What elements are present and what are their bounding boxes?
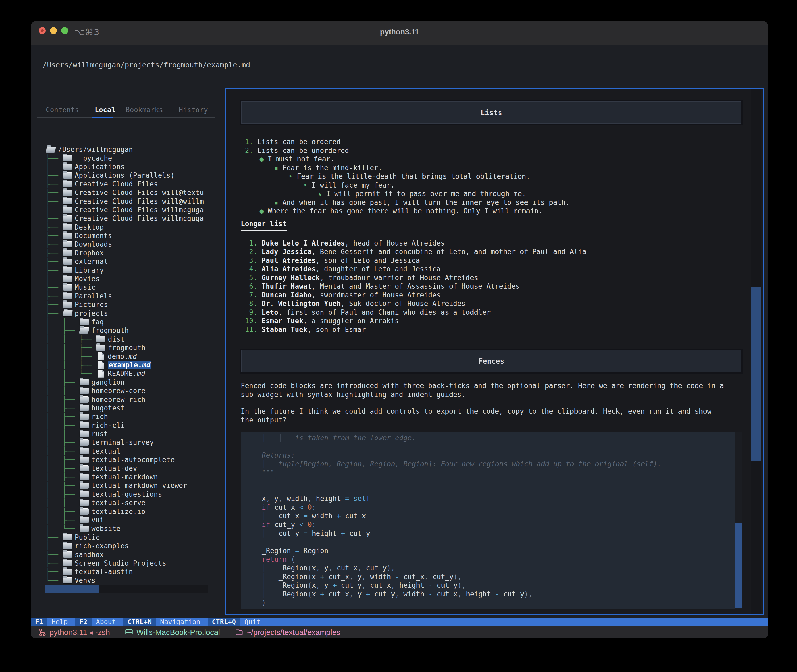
- tree-item[interactable]: ├── __pycache__: [46, 154, 204, 162]
- list-item: 9. Leto, first son of Paul and Chani who…: [241, 308, 742, 317]
- list-item: 2. Lists can be unordered: [241, 146, 742, 155]
- footer-key-ctrl-n[interactable]: CTRL+N: [123, 618, 156, 626]
- tree-item[interactable]: ├── Screen Studio Projects: [46, 559, 204, 568]
- tree-item[interactable]: │ │ └── README.md: [46, 369, 204, 378]
- tree-item[interactable]: ├── Desktop: [46, 223, 204, 232]
- tree-item[interactable]: ├── Applications (Parallels): [46, 171, 204, 179]
- tree-item[interactable]: │ ├── rust: [46, 430, 204, 438]
- tree-item[interactable]: ├── Applications: [46, 163, 204, 171]
- tree-item[interactable]: ├── Parallels: [46, 292, 204, 300]
- tree-item[interactable]: │ ├── textual: [46, 447, 204, 456]
- folder-icon: [80, 405, 89, 411]
- tree-item[interactable]: ├── sandbox: [46, 550, 204, 559]
- tree-item-label: Dropbox: [75, 249, 104, 257]
- tree-item[interactable]: │ ├── ganglion: [46, 378, 204, 387]
- tree-item[interactable]: │ │ ├── demo.md: [46, 352, 204, 360]
- tree-item[interactable]: │ ├── vui: [46, 516, 204, 524]
- list-item: ● I must not fear.: [241, 155, 742, 163]
- tree-item[interactable]: ├── Creative Cloud Files will@willm: [46, 197, 204, 205]
- code-scrollbar-thumb[interactable]: [735, 523, 742, 608]
- tree-item[interactable]: ├── Dropbox: [46, 249, 204, 257]
- tree-item[interactable]: /Users/willmcgugan: [46, 145, 204, 154]
- tree-item[interactable]: │ ├── textual-markdown-viewer: [46, 481, 204, 490]
- folder-icon: [80, 465, 89, 471]
- document-scrollbar-thumb[interactable]: [751, 287, 761, 461]
- document-scrollbar[interactable]: [751, 89, 761, 614]
- folder-icon: [63, 163, 72, 170]
- tree-item[interactable]: ├── Documents: [46, 232, 204, 240]
- tree-item[interactable]: │ │ ├── frogmouth: [46, 344, 204, 352]
- tree-item[interactable]: ├── Creative Cloud Files willmcguga: [46, 214, 204, 223]
- list-item: 2. Lady Jessica, Bene Gesserit and concu…: [241, 247, 742, 256]
- file-icon: [98, 370, 104, 378]
- tree-item[interactable]: │ │ ├── dist: [46, 335, 204, 344]
- tree-item-label: Movies: [75, 275, 100, 283]
- sidebar-horizontal-scrollbar[interactable]: [45, 585, 208, 593]
- tree-item[interactable]: ├── Music: [46, 283, 204, 291]
- code-line: return (: [262, 555, 735, 564]
- code-line: │ _Region(x + cut_x, y + cut_y, width - …: [262, 590, 735, 599]
- code-line: """: [262, 469, 735, 477]
- tree-item[interactable]: ├── Creative Cloud Files will@textu: [46, 188, 204, 197]
- folder-icon: [63, 577, 72, 583]
- footer-key-f1[interactable]: F1: [31, 618, 47, 626]
- code-scrollbar[interactable]: [735, 432, 742, 610]
- tree-item[interactable]: │ ├── rich-cli: [46, 421, 204, 430]
- tree-item[interactable]: │ ├── textual-questions: [46, 490, 204, 499]
- folder-icon: [80, 379, 89, 385]
- folder-icon: [63, 569, 72, 575]
- tab-contents[interactable]: Contents: [46, 106, 79, 114]
- tree-item[interactable]: │ ├── terminal-survey: [46, 438, 204, 447]
- tree-item[interactable]: ├── texutal-austin: [46, 568, 204, 576]
- folder-icon: [63, 302, 72, 308]
- list-item: 4. Alia Atreides, daughter of Leto and J…: [241, 265, 742, 274]
- folder-outline-icon: [235, 628, 243, 636]
- tree-item-label: vui: [91, 516, 104, 524]
- tree-item[interactable]: ├── Creative Cloud Files: [46, 180, 204, 188]
- footer-action-navigation[interactable]: Navigation: [156, 618, 208, 626]
- tree-item[interactable]: │ ├── frogmouth: [46, 326, 204, 335]
- tab-history[interactable]: History: [179, 106, 208, 114]
- list-item: ▪ Fear is the mind-killer.: [241, 163, 742, 173]
- tree-item[interactable]: │ ├── textual-serve: [46, 499, 204, 507]
- tree-item[interactable]: └── Venvs: [46, 576, 204, 585]
- list-item: • I will face my fear.: [241, 181, 742, 190]
- tree-item[interactable]: │ └── website: [46, 524, 204, 533]
- code-line: │ _Region(x, y, cut_x, cut_y),: [262, 564, 735, 573]
- tree-item[interactable]: │ │ ├── example.md: [46, 361, 204, 369]
- tree-item[interactable]: ├── Movies: [46, 275, 204, 283]
- tree-item[interactable]: │ ├── textual-dev: [46, 464, 204, 472]
- tab-bookmarks[interactable]: Bookmarks: [126, 106, 163, 114]
- tree-item[interactable]: │ ├── homebrew-rich: [46, 395, 204, 403]
- sidebar-scrollbar-thumb[interactable]: [45, 585, 99, 593]
- tree-item[interactable]: ├── external: [46, 257, 204, 266]
- title-bar: ⌥⌘3 python3.11: [31, 21, 768, 45]
- footer-action-quit[interactable]: Quit: [240, 618, 268, 626]
- code-line: [262, 486, 735, 495]
- footer-action-about[interactable]: About: [91, 618, 123, 626]
- tree-item[interactable]: │ ├── rich: [46, 412, 204, 421]
- footer-key-ctrl-q[interactable]: CTRL+Q: [208, 618, 240, 626]
- tree-item[interactable]: ├── Library: [46, 266, 204, 274]
- tree-item[interactable]: │ ├── hugotest: [46, 404, 204, 412]
- tree-item-label: Applications (Parallels): [75, 171, 175, 179]
- tree-item[interactable]: │ ├── faq: [46, 318, 204, 326]
- tree-item-label: Library: [75, 266, 104, 274]
- tree-item[interactable]: ├── Public: [46, 533, 204, 542]
- tree-item[interactable]: │ ├── homebrew-core: [46, 387, 204, 395]
- footer-action-help[interactable]: Help: [47, 618, 75, 626]
- tree-item[interactable]: ├── rich-examples: [46, 542, 204, 550]
- tree-item-label: textual-markdown-viewer: [91, 482, 187, 490]
- tree-item[interactable]: ├── projects: [46, 309, 204, 317]
- nested-list: 1. Lists can be ordered2. Lists can be u…: [241, 138, 742, 216]
- tree-item[interactable]: │ ├── textual-markdown: [46, 473, 204, 481]
- tree-item[interactable]: ├── Pictures: [46, 300, 204, 309]
- tree-item[interactable]: │ ├── textual-autocomplete: [46, 456, 204, 464]
- folder-icon: [63, 173, 72, 179]
- tree-item[interactable]: ├── Downloads: [46, 240, 204, 248]
- tab-local[interactable]: Local: [95, 106, 115, 114]
- tree-item[interactable]: │ ├── textualize.io: [46, 507, 204, 515]
- folder-icon: [63, 259, 72, 265]
- tree-item[interactable]: ├── Creative Cloud Files willmcguga: [46, 206, 204, 214]
- footer-key-f2[interactable]: F2: [75, 618, 91, 626]
